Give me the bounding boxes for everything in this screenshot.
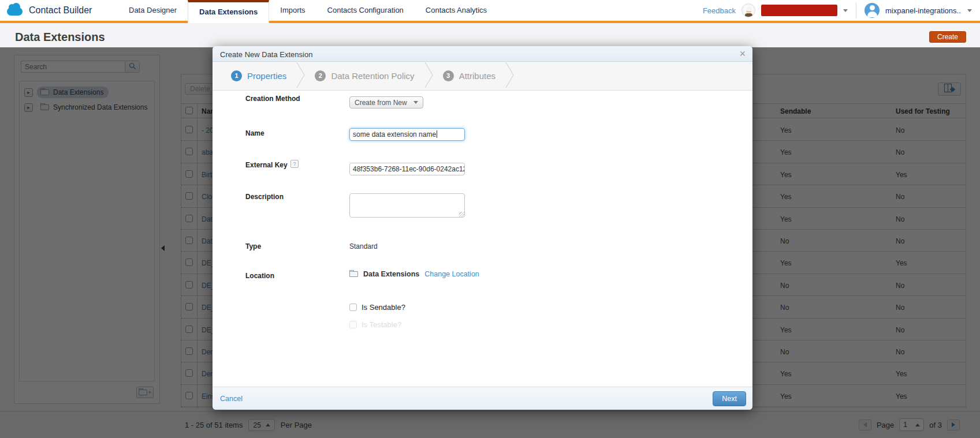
page-title: Data Extensions [15,31,105,44]
tab-contacts-configuration[interactable]: Contacts Configuration [316,0,415,21]
step-number: 1 [231,70,242,81]
close-icon[interactable]: × [739,48,746,59]
feedback-link[interactable]: Feedback [703,6,736,15]
type-value: Standard [349,242,378,250]
help-icon[interactable]: ? [290,160,299,168]
is-testable-checkbox [349,321,357,328]
step-label: Data Retention Policy [331,71,414,81]
tab-imports[interactable]: Imports [269,0,316,21]
cancel-link[interactable]: Cancel [220,395,243,403]
next-button[interactable]: Next [713,391,746,406]
user-avatar [865,3,880,18]
change-location-link[interactable]: Change Location [424,270,479,278]
type-label: Type [245,242,261,250]
page-header: Data Extensions Create [0,23,980,47]
is-testable-label: Is Testable? [362,320,401,329]
redacted-account-block[interactable] [761,5,837,16]
app-title: Contact Builder [29,5,92,16]
divider [856,2,856,18]
modal-header: Create New Data Extension × [213,46,752,62]
modal-footer: Cancel Next [213,387,752,410]
chevron-down-icon[interactable] [843,9,848,12]
create-data-extension-modal: Create New Data Extension × 1 Properties… [213,46,752,410]
step-data-retention-policy[interactable]: 2 Data Retention Policy [315,70,414,81]
salesforce-cloud-icon [7,8,23,16]
location-value: Data Extensions [363,270,419,278]
name-input-value: some data extension name [353,130,436,138]
name-label: Name [245,129,264,137]
chevron-down-icon[interactable] [967,9,972,12]
top-navigation-bar: Contact Builder Data Designer Data Exten… [0,0,980,23]
chevron-right-icon [424,62,433,90]
step-label: Attributes [459,71,495,81]
einstein-avatar [741,3,755,17]
external-key-label: External Key [245,161,288,169]
tab-contacts-analytics[interactable]: Contacts Analytics [415,0,498,21]
creation-method-value: Create from New [355,99,407,107]
folder-icon [349,271,358,277]
chevron-right-icon [505,62,514,90]
description-label: Description [245,193,284,201]
account-name[interactable]: mixpanel-integrations... [885,6,962,15]
chevron-right-icon [296,62,305,90]
external-key-input[interactable]: 48f353b6-7268-11ec-90d6-0242ac1200 [349,163,465,175]
step-attributes[interactable]: 3 Attributes [443,70,495,81]
create-button[interactable]: Create [929,31,966,43]
wizard-steps: 1 Properties 2 Data Retention Policy 3 A… [213,62,752,91]
description-textarea[interactable] [349,193,465,218]
nav-tabs: Data Designer Data Extensions Imports Co… [118,0,498,23]
step-number: 2 [315,70,326,81]
is-sendable-label: Is Sendable? [362,303,405,312]
chevron-down-icon [413,101,418,104]
is-sendable-checkbox[interactable] [349,304,357,311]
modal-title: Create New Data Extension [220,50,312,59]
text-cursor [437,130,437,138]
location-label: Location [245,272,274,280]
resize-grip-icon[interactable] [459,212,464,217]
step-properties[interactable]: 1 Properties [231,70,286,81]
creation-method-label: Creation Method [245,95,300,103]
creation-method-dropdown[interactable]: Create from New [349,96,423,108]
step-label: Properties [247,71,286,81]
name-input[interactable]: some data extension name [349,128,465,141]
step-number: 3 [443,70,454,81]
tab-data-extensions[interactable]: Data Extensions [188,0,269,23]
app-brand: Contact Builder [0,0,110,21]
tab-data-designer[interactable]: Data Designer [118,0,188,21]
